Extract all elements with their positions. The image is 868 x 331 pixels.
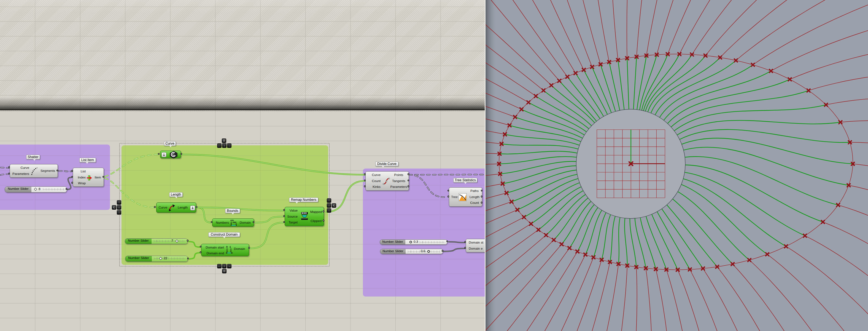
- svg-text:min: min: [230, 219, 234, 221]
- svg-text:1: 1: [229, 246, 231, 248]
- svg-text:0: 0: [226, 246, 227, 248]
- svg-text:max: max: [232, 221, 237, 223]
